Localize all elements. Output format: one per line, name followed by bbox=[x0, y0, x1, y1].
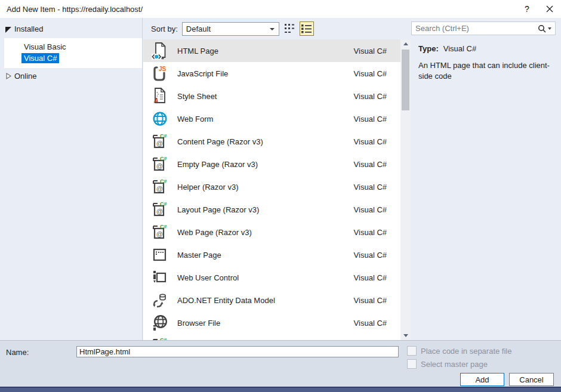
item-name: Content Page (Razor v3) bbox=[177, 137, 263, 146]
razor-page-icon: @C# bbox=[151, 155, 169, 174]
template-list-item[interactable]: @C# Empty Page (Razor v3) Visual C# bbox=[143, 153, 411, 175]
sidebar-item-installed[interactable]: Installed bbox=[0, 23, 43, 35]
online-label: Online bbox=[14, 72, 37, 81]
item-name: Master Page bbox=[177, 251, 221, 260]
template-list-item[interactable]: Web Form Visual C# bbox=[143, 107, 411, 130]
scroll-down-icon[interactable] bbox=[400, 331, 411, 340]
item-language: Visual C# bbox=[354, 160, 387, 169]
template-list-item[interactable]: @C# Helper (Razor v3) Visual C# bbox=[143, 175, 411, 198]
item-language: Visual C# bbox=[354, 137, 387, 146]
item-name: Helper (Razor v3) bbox=[177, 183, 239, 192]
sort-by-dropdown[interactable]: Default bbox=[182, 22, 279, 36]
template-description: An HTML page that can include client-sid… bbox=[418, 60, 560, 81]
razor-page-icon: @C# bbox=[151, 132, 169, 151]
search-box bbox=[411, 21, 556, 35]
svg-text:C#: C# bbox=[160, 133, 167, 139]
search-options-caret-icon[interactable] bbox=[548, 27, 551, 30]
item-name: HTML Page bbox=[177, 47, 218, 55]
category-sidebar: Installed Visual Basic Visual C# Online bbox=[0, 18, 142, 340]
sort-by-label: Sort by: bbox=[151, 24, 178, 33]
ado-net-entity-icon bbox=[151, 291, 169, 310]
template-list-item[interactable]: Master Page Visual C# bbox=[143, 243, 411, 266]
name-label: Name: bbox=[6, 348, 29, 357]
master-page-icon bbox=[151, 245, 169, 264]
item-language: Visual C# bbox=[354, 228, 387, 237]
item-name: Layout Page (Razor v3) bbox=[177, 205, 259, 214]
svg-text:C#: C# bbox=[160, 201, 167, 207]
svg-text:@: @ bbox=[156, 140, 163, 147]
cancel-button[interactable]: Cancel bbox=[509, 373, 554, 386]
close-button[interactable] bbox=[538, 0, 561, 18]
details-view-button[interactable] bbox=[300, 21, 314, 36]
list-scrollbar[interactable] bbox=[400, 39, 411, 340]
select-master-label: Select master page bbox=[421, 360, 488, 369]
scroll-up-icon[interactable] bbox=[400, 39, 411, 48]
template-list-item[interactable]: JS JavaScript File Visual C# bbox=[143, 62, 411, 85]
item-name: JavaScript File bbox=[177, 69, 228, 78]
javascript-file-icon: JS bbox=[151, 64, 169, 83]
select-master-checkbox[interactable] bbox=[407, 359, 417, 369]
scrollbar-thumb[interactable] bbox=[402, 50, 409, 110]
search-input[interactable] bbox=[412, 22, 538, 35]
sidebar-item-visual-basic[interactable]: Visual Basic bbox=[4, 41, 142, 53]
item-language: Visual C# bbox=[354, 92, 387, 101]
template-list-item[interactable]: A Style Sheet Visual C# bbox=[143, 85, 411, 107]
razor-page-icon: @C# bbox=[151, 200, 169, 219]
place-code-label: Place code in separate file bbox=[421, 347, 511, 356]
sidebar-item-visual-csharp[interactable]: Visual C# bbox=[4, 53, 142, 64]
help-icon: ? bbox=[525, 4, 529, 14]
svg-text:@: @ bbox=[156, 185, 163, 192]
search-icon[interactable] bbox=[538, 24, 546, 33]
template-list-item[interactable]: Web User Control Visual C# bbox=[143, 266, 411, 289]
item-language: Visual C# bbox=[354, 115, 387, 124]
razor-page-icon: @C# bbox=[151, 177, 169, 196]
item-name: Web Form bbox=[177, 115, 213, 124]
dialog-title: Add New Item - https://redaily.localhost… bbox=[7, 5, 143, 14]
template-list-item[interactable]: @C# bbox=[143, 334, 411, 340]
type-label: Type: bbox=[418, 44, 439, 53]
template-list-item[interactable]: @C# Web Page (Razor v3) Visual C# bbox=[143, 221, 411, 243]
item-language: Visual C# bbox=[354, 69, 387, 78]
template-list-item[interactable]: ADO.NET Entity Data Model Visual C# bbox=[143, 289, 411, 311]
item-language: Visual C# bbox=[354, 296, 387, 305]
svg-text:JS: JS bbox=[159, 66, 167, 72]
sidebar-splitter[interactable] bbox=[142, 18, 143, 340]
small-icons-view-button[interactable] bbox=[282, 21, 297, 36]
sidebar-item-online[interactable]: Online bbox=[0, 70, 37, 82]
help-button[interactable]: ? bbox=[516, 0, 538, 18]
collapsed-triangle-icon bbox=[5, 72, 13, 80]
svg-text:@: @ bbox=[156, 162, 163, 169]
sort-by-value: Default bbox=[186, 24, 211, 33]
type-value: Visual C# bbox=[443, 44, 476, 53]
small-icons-view-icon bbox=[284, 23, 295, 34]
item-language: Visual C# bbox=[354, 273, 387, 282]
template-list-item[interactable]: Browser File Visual C# bbox=[143, 311, 411, 334]
item-name: Style Sheet bbox=[177, 92, 217, 101]
item-name: ADO.NET Entity Data Model bbox=[177, 296, 275, 305]
place-code-checkbox[interactable] bbox=[407, 346, 417, 356]
add-new-item-dialog: Add New Item - https://redaily.localhost… bbox=[0, 0, 561, 392]
item-language: Visual C# bbox=[354, 251, 387, 260]
sort-toolbar: Sort by: Default bbox=[143, 18, 411, 39]
details-view-icon bbox=[301, 24, 312, 33]
details-panel: Type: Visual C# An HTML page that can in… bbox=[411, 39, 561, 340]
browser-file-icon bbox=[151, 313, 169, 332]
footer-bar: Name: Place code in separate file Select… bbox=[0, 340, 561, 387]
bottom-accent-bar bbox=[0, 387, 561, 392]
item-language: Visual C# bbox=[354, 183, 387, 192]
item-language: Visual C# bbox=[354, 47, 387, 55]
template-list-item[interactable]: HTML Page Visual C# bbox=[143, 39, 411, 62]
template-list-item[interactable]: @C# Layout Page (Razor v3) Visual C# bbox=[143, 198, 411, 221]
expanded-triangle-icon bbox=[5, 25, 13, 33]
add-button[interactable]: Add bbox=[460, 373, 504, 386]
close-icon bbox=[546, 5, 553, 13]
svg-text:A: A bbox=[153, 97, 158, 104]
template-list-item[interactable]: @C# Content Page (Razor v3) Visual C# bbox=[143, 130, 411, 153]
web-user-control-icon bbox=[151, 268, 169, 287]
razor-page-icon: @C# bbox=[151, 223, 169, 242]
item-name: Web Page (Razor v3) bbox=[177, 228, 252, 237]
name-input[interactable] bbox=[76, 346, 399, 357]
select-master-checkbox-row: Select master page bbox=[407, 359, 488, 369]
item-name: Web User Control bbox=[177, 273, 239, 282]
svg-text:C#: C# bbox=[160, 178, 167, 184]
